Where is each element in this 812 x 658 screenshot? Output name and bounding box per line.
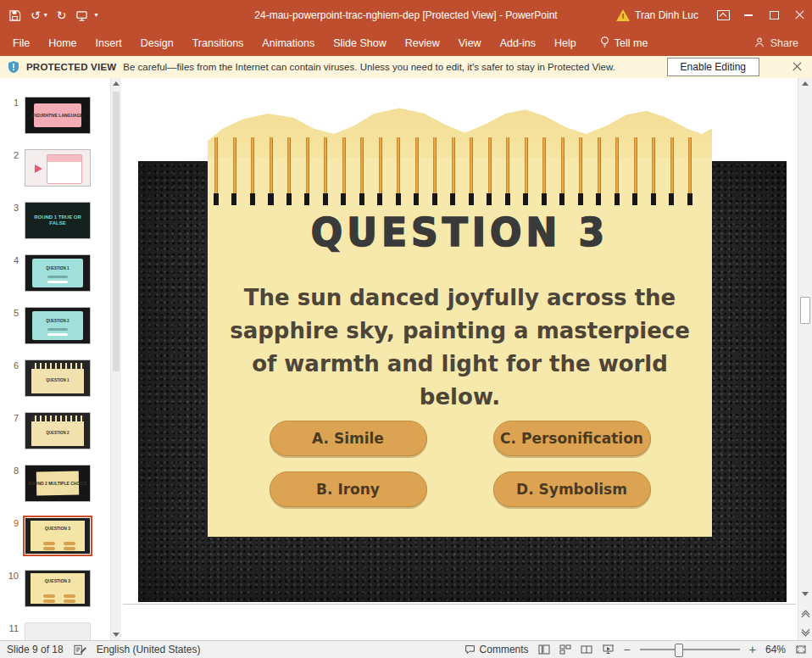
- tab-animations[interactable]: Animations: [253, 31, 324, 56]
- thumbnail-row: 10 QUESTION 3: [5, 570, 110, 607]
- slide-boundary-line: [123, 604, 796, 605]
- spell-check-icon[interactable]: [74, 644, 86, 655]
- message-bar-close-icon[interactable]: [793, 62, 802, 71]
- thumbnail-number: 8: [5, 466, 19, 476]
- slide-sorter-view-icon[interactable]: [559, 644, 571, 655]
- slide-thumbnail-6[interactable]: QUESTION 1: [25, 360, 91, 397]
- previous-slide-button[interactable]: [798, 611, 812, 616]
- slide-thumbnail-9[interactable]: QUESTION 3: [25, 517, 91, 555]
- titlebar: ↺ ▾ ↻ ▾ 24-mau-powerpoint-trac-nghiem-de…: [0, 0, 812, 31]
- tab-review[interactable]: Review: [396, 31, 449, 56]
- tab-view[interactable]: View: [449, 31, 491, 56]
- undo-dropdown-icon[interactable]: ▾: [44, 12, 47, 19]
- thumb-scrollbar-thumb[interactable]: [113, 92, 120, 371]
- scroll-down-icon[interactable]: [798, 592, 812, 596]
- account-chip[interactable]: Tran Dinh Luc: [616, 9, 698, 21]
- enable-editing-button[interactable]: Enable Editing: [667, 58, 759, 76]
- answer-option-a[interactable]: A. Simile: [270, 421, 427, 456]
- slide-thumbnail-11[interactable]: [25, 622, 91, 640]
- slide-thumbnail-8[interactable]: ROUND 2 MULTIPLE CHOICE: [25, 465, 91, 502]
- slide-show-view-icon[interactable]: [602, 644, 615, 655]
- maximize-icon: [770, 11, 779, 20]
- start-from-beginning-icon[interactable]: [75, 9, 88, 22]
- reading-view-icon[interactable]: [581, 644, 592, 655]
- zoom-slider[interactable]: [640, 649, 740, 650]
- tab-file[interactable]: File: [3, 31, 39, 56]
- fit-slide-to-window-icon[interactable]: [795, 644, 807, 655]
- zoom-out-button[interactable]: −: [624, 643, 631, 656]
- window-title: 24-mau-powerpoint-trac-nghiem-dep [Prote…: [254, 9, 557, 21]
- tab-help[interactable]: Help: [545, 31, 586, 56]
- slide-thumbnail-4[interactable]: QUESTION 1: [25, 254, 91, 292]
- language-indicator[interactable]: English (United States): [97, 644, 201, 655]
- answer-option-c[interactable]: C. Personification: [493, 421, 651, 456]
- tab-insert[interactable]: Insert: [86, 31, 131, 56]
- thumbnail-row: 8 ROUND 2 MULTIPLE CHOICE: [5, 465, 110, 502]
- user-name: Tran Dinh Luc: [635, 9, 698, 21]
- thumbnail-number: 7: [5, 413, 19, 423]
- scroll-up-icon[interactable]: [798, 81, 812, 86]
- close-icon: [795, 11, 804, 20]
- slide-thumbnail-10[interactable]: QUESTION 3: [25, 570, 91, 607]
- tab-slide-show[interactable]: Slide Show: [324, 31, 396, 56]
- scrollbar-thumb[interactable]: [800, 297, 810, 324]
- slide-thumbnail-1[interactable]: FIGURATIVE LANGUAGE: [25, 97, 91, 134]
- ribbon-display-options-button[interactable]: [710, 0, 736, 31]
- notebook-paper-shape[interactable]: QUESTION 3 The sun danced joyfully acros…: [208, 93, 712, 537]
- close-button[interactable]: [787, 0, 812, 31]
- tell-me-box[interactable]: Tell me: [599, 36, 648, 51]
- thumbnail-number: 4: [5, 255, 19, 265]
- titlebar-right: Tran Dinh Luc: [616, 0, 812, 31]
- answer-option-d[interactable]: D. Symbolism: [493, 471, 651, 507]
- thumbnail-number: 2: [5, 150, 19, 160]
- redo-icon[interactable]: ↻: [57, 9, 67, 21]
- zoom-slider-thumb[interactable]: [675, 644, 683, 657]
- thumbnail-row: 11: [5, 622, 110, 640]
- thumb-scroll-up-icon[interactable]: [111, 81, 121, 86]
- protected-view-bar: PROTECTED VIEW Be careful—files from the…: [0, 56, 812, 79]
- thumbnail-number: 5: [5, 308, 19, 318]
- slide-thumbnail-3[interactable]: ROUND 1 TRUE OR FALSE: [25, 202, 91, 239]
- slide-question-text[interactable]: The sun danced joyfully across the sapph…: [221, 282, 699, 414]
- slide-title[interactable]: QUESTION 3: [208, 209, 712, 256]
- thumbnail-row: 6 QUESTION 1: [5, 360, 110, 397]
- quick-access-toolbar: ↺ ▾ ↻ ▾: [8, 9, 98, 22]
- thumbnail-row: 3 ROUND 1 TRUE OR FALSE: [5, 202, 110, 239]
- powerpoint-window: ↺ ▾ ↻ ▾ 24-mau-powerpoint-trac-nghiem-de…: [0, 0, 812, 658]
- answer-option-b[interactable]: B. Irony: [270, 471, 427, 507]
- save-icon[interactable]: [8, 9, 21, 22]
- undo-icon[interactable]: ↺: [31, 9, 41, 21]
- slide-number-indicator[interactable]: Slide 9 of 18: [7, 644, 64, 655]
- thumbnail-scrollbar[interactable]: [110, 78, 121, 640]
- minimize-icon: [744, 14, 753, 16]
- maximize-button[interactable]: [761, 0, 787, 31]
- thumb-scroll-down-icon[interactable]: [111, 633, 121, 637]
- thumbnail-number: 1: [5, 98, 19, 108]
- main-scrollbar[interactable]: [798, 78, 812, 640]
- customize-qat-icon[interactable]: ▾: [94, 12, 97, 19]
- tab-home[interactable]: Home: [39, 31, 86, 56]
- comments-button[interactable]: Comments: [464, 644, 529, 655]
- zoom-in-button[interactable]: +: [749, 643, 756, 656]
- zoom-level[interactable]: 64%: [765, 644, 786, 655]
- slide-editing-canvas[interactable]: QUESTION 3 The sun danced joyfully acros…: [121, 78, 798, 640]
- minimize-button[interactable]: [736, 0, 761, 31]
- comments-icon: [464, 644, 476, 655]
- share-button[interactable]: Share: [754, 36, 798, 51]
- next-slide-button[interactable]: [798, 630, 812, 635]
- thumbnail-number: 10: [5, 571, 19, 581]
- slide-thumbnail-5[interactable]: QUESTION 2: [25, 307, 91, 344]
- thumbnail-row: 1 FIGURATIVE LANGUAGE: [5, 97, 110, 134]
- thumbnail-row: 5 QUESTION 2: [5, 307, 110, 344]
- slide-thumbnail-panel: 1 FIGURATIVE LANGUAGE 2 3 ROUND 1 TRUE O…: [0, 78, 110, 640]
- thumbnail-number: 3: [5, 203, 19, 213]
- normal-view-icon[interactable]: [538, 644, 550, 655]
- thumbnail-row: 9 QUESTION 3: [5, 517, 110, 555]
- tab-transitions[interactable]: Transitions: [183, 31, 253, 56]
- slide-thumbnail-7[interactable]: QUESTION 2: [25, 412, 91, 449]
- slide-thumbnail-2[interactable]: [25, 149, 91, 187]
- tab-design[interactable]: Design: [131, 31, 183, 56]
- tab-add-ins[interactable]: Add-ins: [491, 31, 545, 56]
- thumbnail-row: 4 QUESTION 1: [5, 254, 110, 292]
- account-warning-icon: [616, 9, 630, 21]
